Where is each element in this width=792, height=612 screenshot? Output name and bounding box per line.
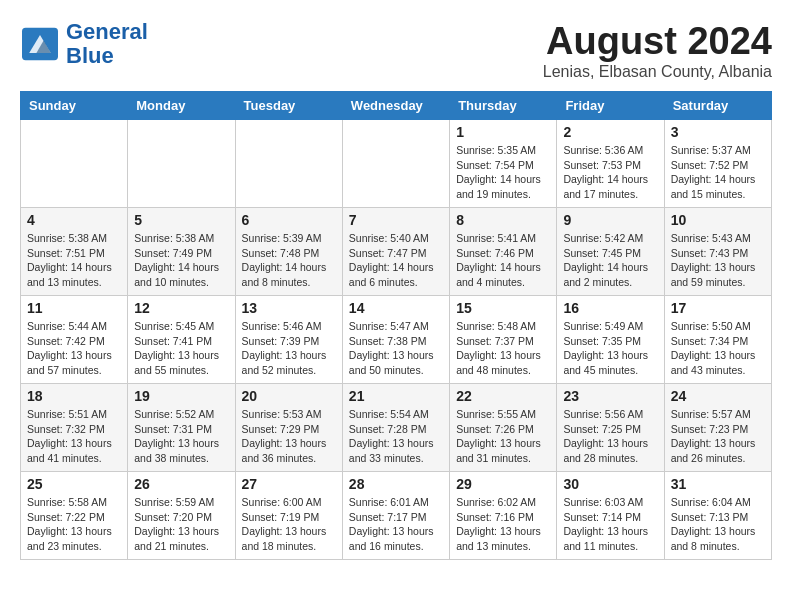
logo: General Blue	[20, 20, 148, 68]
week-row-1: 1Sunrise: 5:35 AMSunset: 7:54 PMDaylight…	[21, 120, 772, 208]
day-info: Sunrise: 5:37 AMSunset: 7:52 PMDaylight:…	[671, 143, 765, 202]
day-number: 21	[349, 388, 443, 404]
day-number: 18	[27, 388, 121, 404]
day-number: 23	[563, 388, 657, 404]
day-number: 28	[349, 476, 443, 492]
logo-icon	[20, 26, 60, 62]
day-number: 8	[456, 212, 550, 228]
day-number: 15	[456, 300, 550, 316]
day-cell: 30Sunrise: 6:03 AMSunset: 7:14 PMDayligh…	[557, 472, 664, 560]
day-cell: 6Sunrise: 5:39 AMSunset: 7:48 PMDaylight…	[235, 208, 342, 296]
day-number: 19	[134, 388, 228, 404]
day-info: Sunrise: 5:39 AMSunset: 7:48 PMDaylight:…	[242, 231, 336, 290]
day-number: 22	[456, 388, 550, 404]
location: Lenias, Elbasan County, Albania	[543, 63, 772, 81]
week-row-2: 4Sunrise: 5:38 AMSunset: 7:51 PMDaylight…	[21, 208, 772, 296]
day-cell: 12Sunrise: 5:45 AMSunset: 7:41 PMDayligh…	[128, 296, 235, 384]
week-row-3: 11Sunrise: 5:44 AMSunset: 7:42 PMDayligh…	[21, 296, 772, 384]
day-info: Sunrise: 5:38 AMSunset: 7:51 PMDaylight:…	[27, 231, 121, 290]
day-number: 16	[563, 300, 657, 316]
weekday-header-row: SundayMondayTuesdayWednesdayThursdayFrid…	[21, 92, 772, 120]
day-info: Sunrise: 5:55 AMSunset: 7:26 PMDaylight:…	[456, 407, 550, 466]
weekday-wednesday: Wednesday	[342, 92, 449, 120]
day-cell: 13Sunrise: 5:46 AMSunset: 7:39 PMDayligh…	[235, 296, 342, 384]
day-cell: 28Sunrise: 6:01 AMSunset: 7:17 PMDayligh…	[342, 472, 449, 560]
day-info: Sunrise: 5:50 AMSunset: 7:34 PMDaylight:…	[671, 319, 765, 378]
day-info: Sunrise: 5:42 AMSunset: 7:45 PMDaylight:…	[563, 231, 657, 290]
day-info: Sunrise: 5:51 AMSunset: 7:32 PMDaylight:…	[27, 407, 121, 466]
day-info: Sunrise: 5:40 AMSunset: 7:47 PMDaylight:…	[349, 231, 443, 290]
day-info: Sunrise: 5:53 AMSunset: 7:29 PMDaylight:…	[242, 407, 336, 466]
day-cell: 29Sunrise: 6:02 AMSunset: 7:16 PMDayligh…	[450, 472, 557, 560]
day-cell: 1Sunrise: 5:35 AMSunset: 7:54 PMDaylight…	[450, 120, 557, 208]
month-title: August 2024	[543, 20, 772, 63]
day-number: 1	[456, 124, 550, 140]
day-cell: 23Sunrise: 5:56 AMSunset: 7:25 PMDayligh…	[557, 384, 664, 472]
day-cell: 17Sunrise: 5:50 AMSunset: 7:34 PMDayligh…	[664, 296, 771, 384]
calendar: SundayMondayTuesdayWednesdayThursdayFrid…	[20, 91, 772, 560]
day-info: Sunrise: 6:03 AMSunset: 7:14 PMDaylight:…	[563, 495, 657, 554]
day-info: Sunrise: 5:41 AMSunset: 7:46 PMDaylight:…	[456, 231, 550, 290]
title-block: August 2024 Lenias, Elbasan County, Alba…	[543, 20, 772, 81]
day-cell: 26Sunrise: 5:59 AMSunset: 7:20 PMDayligh…	[128, 472, 235, 560]
day-cell: 7Sunrise: 5:40 AMSunset: 7:47 PMDaylight…	[342, 208, 449, 296]
day-number: 9	[563, 212, 657, 228]
day-number: 25	[27, 476, 121, 492]
day-info: Sunrise: 5:52 AMSunset: 7:31 PMDaylight:…	[134, 407, 228, 466]
day-info: Sunrise: 5:48 AMSunset: 7:37 PMDaylight:…	[456, 319, 550, 378]
day-number: 14	[349, 300, 443, 316]
day-info: Sunrise: 5:44 AMSunset: 7:42 PMDaylight:…	[27, 319, 121, 378]
day-info: Sunrise: 5:46 AMSunset: 7:39 PMDaylight:…	[242, 319, 336, 378]
day-cell: 2Sunrise: 5:36 AMSunset: 7:53 PMDaylight…	[557, 120, 664, 208]
day-cell: 22Sunrise: 5:55 AMSunset: 7:26 PMDayligh…	[450, 384, 557, 472]
day-number: 2	[563, 124, 657, 140]
logo-text: General Blue	[66, 20, 148, 68]
day-number: 20	[242, 388, 336, 404]
day-cell	[128, 120, 235, 208]
day-cell: 11Sunrise: 5:44 AMSunset: 7:42 PMDayligh…	[21, 296, 128, 384]
weekday-saturday: Saturday	[664, 92, 771, 120]
day-info: Sunrise: 6:04 AMSunset: 7:13 PMDaylight:…	[671, 495, 765, 554]
day-number: 6	[242, 212, 336, 228]
day-cell: 21Sunrise: 5:54 AMSunset: 7:28 PMDayligh…	[342, 384, 449, 472]
day-info: Sunrise: 5:56 AMSunset: 7:25 PMDaylight:…	[563, 407, 657, 466]
day-cell: 27Sunrise: 6:00 AMSunset: 7:19 PMDayligh…	[235, 472, 342, 560]
day-info: Sunrise: 5:58 AMSunset: 7:22 PMDaylight:…	[27, 495, 121, 554]
day-number: 30	[563, 476, 657, 492]
day-number: 13	[242, 300, 336, 316]
day-cell: 5Sunrise: 5:38 AMSunset: 7:49 PMDaylight…	[128, 208, 235, 296]
day-cell: 19Sunrise: 5:52 AMSunset: 7:31 PMDayligh…	[128, 384, 235, 472]
day-cell: 24Sunrise: 5:57 AMSunset: 7:23 PMDayligh…	[664, 384, 771, 472]
day-number: 26	[134, 476, 228, 492]
day-info: Sunrise: 5:57 AMSunset: 7:23 PMDaylight:…	[671, 407, 765, 466]
day-info: Sunrise: 6:01 AMSunset: 7:17 PMDaylight:…	[349, 495, 443, 554]
day-number: 27	[242, 476, 336, 492]
week-row-5: 25Sunrise: 5:58 AMSunset: 7:22 PMDayligh…	[21, 472, 772, 560]
day-cell: 8Sunrise: 5:41 AMSunset: 7:46 PMDaylight…	[450, 208, 557, 296]
day-cell: 4Sunrise: 5:38 AMSunset: 7:51 PMDaylight…	[21, 208, 128, 296]
day-cell	[21, 120, 128, 208]
day-number: 29	[456, 476, 550, 492]
day-number: 4	[27, 212, 121, 228]
page-header: General Blue August 2024 Lenias, Elbasan…	[20, 20, 772, 81]
day-number: 3	[671, 124, 765, 140]
week-row-4: 18Sunrise: 5:51 AMSunset: 7:32 PMDayligh…	[21, 384, 772, 472]
day-number: 10	[671, 212, 765, 228]
day-number: 31	[671, 476, 765, 492]
day-cell: 25Sunrise: 5:58 AMSunset: 7:22 PMDayligh…	[21, 472, 128, 560]
day-cell	[235, 120, 342, 208]
day-number: 24	[671, 388, 765, 404]
day-cell	[342, 120, 449, 208]
day-cell: 18Sunrise: 5:51 AMSunset: 7:32 PMDayligh…	[21, 384, 128, 472]
weekday-sunday: Sunday	[21, 92, 128, 120]
day-cell: 31Sunrise: 6:04 AMSunset: 7:13 PMDayligh…	[664, 472, 771, 560]
weekday-friday: Friday	[557, 92, 664, 120]
day-number: 7	[349, 212, 443, 228]
day-number: 17	[671, 300, 765, 316]
calendar-body: 1Sunrise: 5:35 AMSunset: 7:54 PMDaylight…	[21, 120, 772, 560]
day-number: 5	[134, 212, 228, 228]
day-info: Sunrise: 5:45 AMSunset: 7:41 PMDaylight:…	[134, 319, 228, 378]
day-cell: 16Sunrise: 5:49 AMSunset: 7:35 PMDayligh…	[557, 296, 664, 384]
day-cell: 20Sunrise: 5:53 AMSunset: 7:29 PMDayligh…	[235, 384, 342, 472]
day-cell: 10Sunrise: 5:43 AMSunset: 7:43 PMDayligh…	[664, 208, 771, 296]
